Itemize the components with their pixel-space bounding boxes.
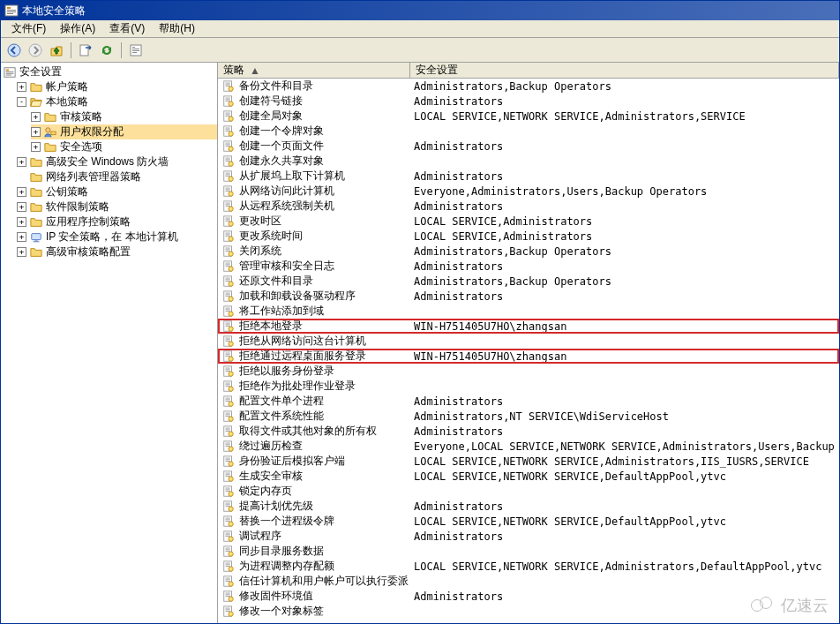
titlebar[interactable]: 本地安全策略 <box>1 1 839 20</box>
expand-toggle[interactable]: + <box>31 142 41 152</box>
policy-row[interactable]: 绕过遍历检查Everyone,LOCAL SERVICE,NETWORK SER… <box>218 439 839 454</box>
policy-row[interactable]: 拒绝作为批处理作业登录 <box>218 379 839 394</box>
window-title: 本地安全策略 <box>22 4 86 19</box>
policy-row[interactable]: 取得文件或其他对象的所有权Administrators <box>218 424 839 439</box>
expand-toggle[interactable]: + <box>17 217 26 227</box>
tree-item[interactable]: +用户权限分配 <box>31 124 217 139</box>
policy-name: 将工作站添加到域 <box>239 304 324 319</box>
policy-row[interactable]: 更改时区LOCAL SERVICE,Administrators <box>218 214 839 229</box>
policy-row[interactable]: 替换一个进程级令牌LOCAL SERVICE,NETWORK SERVICE,D… <box>218 514 839 529</box>
menu-file[interactable]: 文件(F) <box>4 21 53 36</box>
tree-item[interactable]: +高级安全 Windows 防火墙 <box>17 154 217 169</box>
policy-row[interactable]: 锁定内存页 <box>218 484 839 499</box>
policy-name: 修改一个对象标签 <box>239 604 324 619</box>
policy-row[interactable]: 创建一个令牌对象 <box>218 124 839 139</box>
policy-setting: LOCAL SERVICE,NETWORK SERVICE,Administra… <box>414 455 809 468</box>
policy-row[interactable]: 拒绝本地登录WIN-H751405U7HO\zhangsan <box>218 319 839 334</box>
expand-toggle[interactable]: + <box>31 127 41 137</box>
menu-action[interactable]: 操作(A) <box>53 21 102 36</box>
expand-toggle[interactable]: - <box>17 97 26 107</box>
back-button[interactable] <box>4 41 24 60</box>
policy-row[interactable]: 从扩展坞上取下计算机Administrators <box>218 169 839 184</box>
tree-item[interactable]: -本地策略 <box>17 94 217 109</box>
tree-item[interactable]: +审核策略 <box>31 109 217 124</box>
policy-row[interactable]: 从网络访问此计算机Everyone,Administrators,Users,B… <box>218 184 839 199</box>
policy-setting: LOCAL SERVICE,NETWORK SERVICE,Administra… <box>414 110 746 123</box>
policy-setting: Administrators <box>414 425 503 438</box>
sort-indicator-icon: ▲ <box>250 64 260 77</box>
policy-row[interactable]: 修改一个对象标签 <box>218 604 839 619</box>
policy-row[interactable]: 调试程序Administrators <box>218 529 839 544</box>
menu-help[interactable]: 帮助(H) <box>152 21 202 36</box>
policy-name: 配置文件系统性能 <box>239 409 324 424</box>
policy-row[interactable]: 信任计算机和用户帐户可以执行委派 <box>218 574 839 589</box>
tree-item-label: 审核策略 <box>60 109 102 124</box>
policy-icon <box>221 335 236 348</box>
list-rows[interactable]: 备份文件和目录Administrators,Backup Operators创建… <box>218 79 839 623</box>
policy-setting: WIN-H751405U7HO\zhangsan <box>414 320 566 333</box>
policy-row[interactable]: 提高计划优先级Administrators <box>218 499 839 514</box>
menu-view[interactable]: 查看(V) <box>102 21 152 36</box>
policy-icon <box>221 575 236 588</box>
policy-icon <box>221 170 236 183</box>
tree-item[interactable]: +公钥策略 <box>17 184 217 199</box>
expand-toggle[interactable]: + <box>17 202 26 212</box>
policy-icon <box>221 320 236 333</box>
policy-row[interactable]: 管理审核和安全日志Administrators <box>218 259 839 274</box>
forward-button[interactable] <box>26 41 45 60</box>
policy-icon <box>221 485 236 498</box>
tree-item[interactable]: +高级审核策略配置 <box>17 244 217 259</box>
policy-row[interactable]: 身份验证后模拟客户端LOCAL SERVICE,NETWORK SERVICE,… <box>218 454 839 469</box>
expand-toggle[interactable]: + <box>17 232 26 242</box>
expand-toggle[interactable]: + <box>17 157 26 167</box>
column-setting[interactable]: 安全设置 <box>410 63 839 78</box>
policy-row[interactable]: 修改固件环境值Administrators <box>218 589 839 604</box>
policy-row[interactable]: 加载和卸载设备驱动程序Administrators <box>218 289 839 304</box>
tree-item[interactable]: +安全选项 <box>31 139 217 154</box>
policy-row[interactable]: 配置文件单个进程Administrators <box>218 394 839 409</box>
policy-row[interactable]: 创建符号链接Administrators <box>218 94 839 109</box>
policy-row[interactable]: 创建永久共享对象 <box>218 154 839 169</box>
refresh-button[interactable] <box>97 41 116 60</box>
tree-item[interactable]: 网络列表管理器策略 <box>17 169 217 184</box>
export-button[interactable] <box>76 41 95 60</box>
tree-item[interactable]: +帐户策略 <box>17 79 217 94</box>
export-icon <box>79 43 93 57</box>
expand-toggle[interactable]: + <box>31 112 41 122</box>
policy-row[interactable]: 为进程调整内存配额LOCAL SERVICE,NETWORK SERVICE,A… <box>218 559 839 574</box>
policy-row[interactable]: 还原文件和目录Administrators,Backup Operators <box>218 274 839 289</box>
tree-root[interactable]: 安全设置 <box>3 64 217 79</box>
policy-row[interactable]: 备份文件和目录Administrators,Backup Operators <box>218 79 839 94</box>
policy-row[interactable]: 将工作站添加到域 <box>218 304 839 319</box>
policy-row[interactable]: 拒绝通过远程桌面服务登录WIN-H751405U7HO\zhangsan <box>218 349 839 364</box>
policy-row[interactable]: 配置文件系统性能Administrators,NT SERVICE\WdiSer… <box>218 409 839 424</box>
tree-item[interactable]: +应用程序控制策略 <box>17 214 217 229</box>
folder-icon <box>43 111 57 124</box>
properties-button[interactable] <box>126 41 146 60</box>
policy-row[interactable]: 关闭系统Administrators,Backup Operators <box>218 244 839 259</box>
policy-row[interactable]: 创建一个页面文件Administrators <box>218 139 839 154</box>
expand-toggle[interactable]: + <box>17 187 26 197</box>
policy-setting: Administrators,NT SERVICE\WdiServiceHost <box>414 410 669 423</box>
policy-row[interactable]: 更改系统时间LOCAL SERVICE,Administrators <box>218 229 839 244</box>
up-button[interactable] <box>47 41 66 60</box>
policy-row[interactable]: 从远程系统强制关机Administrators <box>218 199 839 214</box>
policy-setting: LOCAL SERVICE,NETWORK SERVICE,Administra… <box>414 560 821 573</box>
up-icon <box>49 43 64 57</box>
tree-item[interactable]: +IP 安全策略，在 本地计算机 <box>17 229 217 244</box>
policy-setting: Administrators <box>414 260 503 273</box>
policy-row[interactable]: 拒绝从网络访问这台计算机 <box>218 334 839 349</box>
tree-item-label: 高级安全 Windows 防火墙 <box>46 154 169 169</box>
policy-icon <box>221 185 236 198</box>
policy-icon <box>221 455 236 468</box>
expand-toggle[interactable]: + <box>17 82 26 92</box>
policy-row[interactable]: 创建全局对象LOCAL SERVICE,NETWORK SERVICE,Admi… <box>218 109 839 124</box>
tree-item[interactable]: +软件限制策略 <box>17 199 217 214</box>
tree-panel[interactable]: 安全设置+帐户策略-本地策略+审核策略+用户权限分配+安全选项+高级安全 Win… <box>1 63 218 623</box>
column-policy[interactable]: 策略 ▲ <box>218 63 410 78</box>
expand-toggle[interactable]: + <box>17 247 26 257</box>
tree-item-label: 用户权限分配 <box>60 124 124 139</box>
policy-row[interactable]: 同步目录服务数据 <box>218 544 839 559</box>
policy-row[interactable]: 生成安全审核LOCAL SERVICE,NETWORK SERVICE,Defa… <box>218 469 839 484</box>
policy-row[interactable]: 拒绝以服务身份登录 <box>218 364 839 379</box>
